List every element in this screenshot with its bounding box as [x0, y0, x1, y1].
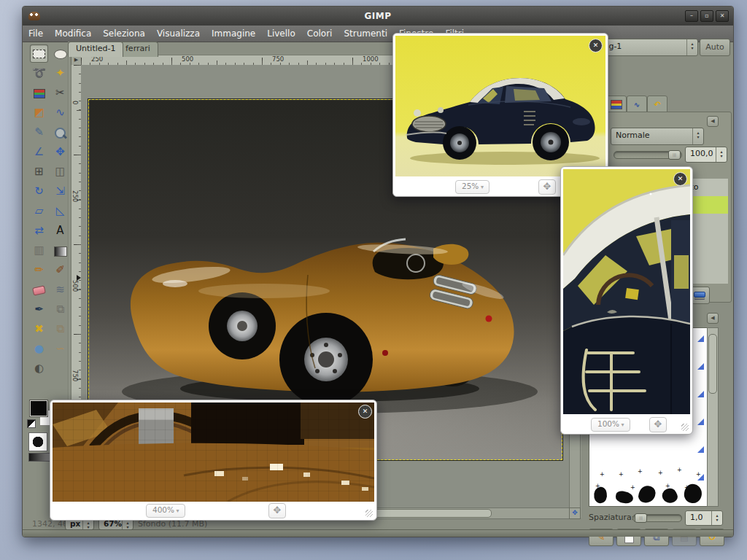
- tool-bucket-fill[interactable]: ▥: [30, 241, 48, 260]
- layer-mode-combo[interactable]: Normale: [611, 128, 704, 145]
- menu-immagine[interactable]: Immagine: [206, 26, 261, 42]
- preview-zoom-dropdown[interactable]: 25%: [455, 180, 489, 194]
- tool-select-by-color[interactable]: [30, 84, 48, 102]
- tool-pencil[interactable]: ✏: [30, 261, 48, 279]
- brush-preview[interactable]: [637, 483, 658, 505]
- tool-airbrush[interactable]: ≋: [51, 281, 69, 299]
- spacing-slider-handle[interactable]: |||: [635, 513, 647, 523]
- spacing-stepper[interactable]: [711, 511, 722, 525]
- preview-window-400[interactable]: ✕ 400% ✥: [50, 400, 377, 521]
- tool-text[interactable]: A: [51, 222, 69, 240]
- tool-align[interactable]: ⊞: [30, 163, 48, 181]
- tool-fuzzy-select[interactable]: ✦: [51, 64, 69, 82]
- tool-flip[interactable]: ⇄: [30, 222, 48, 240]
- generated-brush-marker: [697, 419, 704, 425]
- resize-grip[interactable]: [365, 510, 373, 517]
- tool-ink[interactable]: ✒: [30, 300, 48, 319]
- small-brush-preview[interactable]: +: [630, 484, 635, 491]
- blur-sharpen-icon: ●: [30, 340, 48, 358]
- tool-scissors[interactable]: ✂: [51, 84, 69, 102]
- gradient-icon: [54, 246, 67, 257]
- menu-visualizza[interactable]: Visualizza: [151, 26, 206, 42]
- tool-free-select[interactable]: ➰: [30, 64, 48, 82]
- tab-ferrari[interactable]: ferrari: [117, 42, 158, 57]
- menu-seleziona[interactable]: Seleziona: [97, 26, 151, 42]
- preview-pan-button[interactable]: ✥: [649, 417, 667, 432]
- foreground-color-swatch[interactable]: [30, 400, 47, 416]
- tool-rotate[interactable]: ↻: [30, 182, 48, 201]
- preview-window-100[interactable]: ✕ 100% ✥: [560, 166, 693, 435]
- tool-foreground-select[interactable]: ◩: [30, 104, 48, 122]
- tab-history-dialog[interactable]: ↶: [647, 96, 667, 113]
- tool-rectangle-select[interactable]: [30, 44, 48, 63]
- close-button[interactable]: ✕: [716, 10, 729, 22]
- brush-preview[interactable]: [660, 486, 680, 506]
- tool-measure[interactable]: ∠: [30, 143, 48, 161]
- tool-gradient[interactable]: [51, 241, 69, 260]
- tool-smudge[interactable]: ∽: [51, 340, 69, 358]
- scissors-icon: ✂: [51, 84, 69, 102]
- tool-shear[interactable]: ▱: [30, 202, 48, 220]
- rectangle-select-icon: [33, 50, 45, 58]
- layer-mode-stepper[interactable]: [692, 128, 703, 144]
- preview-zoom-dropdown[interactable]: 100%: [591, 418, 630, 432]
- opacity-slider-handle[interactable]: |||: [668, 150, 681, 160]
- menu-colori[interactable]: Colori: [301, 26, 338, 42]
- layers-dialog-menu-button[interactable]: ◀: [707, 116, 719, 127]
- perspective-clone-icon: ⧉: [51, 320, 69, 338]
- tool-color-picker[interactable]: ✎: [30, 123, 48, 141]
- tool-eraser[interactable]: [30, 281, 48, 299]
- close-preview-icon[interactable]: ✕: [673, 172, 687, 186]
- menu-modifica[interactable]: Modifica: [49, 26, 97, 42]
- tool-paths[interactable]: ∿: [51, 104, 69, 122]
- tool-ellipse-select[interactable]: [51, 44, 69, 63]
- smudge-icon: ∽: [51, 340, 69, 358]
- preview-pan-button[interactable]: ✥: [268, 503, 286, 518]
- small-brush-preview[interactable]: +: [677, 467, 682, 473]
- small-brush-preview[interactable]: +: [658, 470, 663, 476]
- tool-move[interactable]: ✥: [51, 143, 69, 161]
- tab-paths-dialog[interactable]: ∿: [627, 96, 647, 113]
- small-brush-preview[interactable]: +: [696, 471, 701, 478]
- tool-clone[interactable]: ⧉: [51, 300, 69, 319]
- active-brush-indicator[interactable]: [28, 432, 47, 451]
- tab-untitled[interactable]: Untitled-1: [68, 42, 123, 57]
- small-brush-preview[interactable]: +: [638, 468, 643, 475]
- preview-pan-button[interactable]: ✥: [538, 179, 556, 195]
- scale-icon: ⇲: [51, 182, 69, 201]
- title-bar[interactable]: GIMP – ▫ ✕: [23, 7, 733, 26]
- menu-livello[interactable]: Livello: [261, 26, 301, 42]
- menu-strumenti[interactable]: Strumenti: [338, 26, 393, 42]
- opacity-spinbox[interactable]: 100,0: [685, 147, 727, 163]
- tool-dodge-burn[interactable]: ◐: [30, 359, 48, 378]
- tool-paintbrush[interactable]: ✐: [51, 261, 69, 279]
- tool-blur-sharpen[interactable]: ●: [30, 340, 48, 358]
- resize-grip[interactable]: [681, 424, 689, 431]
- close-preview-icon[interactable]: ✕: [358, 405, 372, 419]
- tool-crop[interactable]: ◫: [51, 163, 69, 181]
- menu-file[interactable]: File: [23, 26, 49, 42]
- brushes-scrollbar[interactable]: [707, 327, 719, 507]
- maximize-button[interactable]: ▫: [700, 10, 713, 22]
- small-brush-preview[interactable]: +: [600, 471, 605, 478]
- tool-zoom[interactable]: [51, 123, 69, 141]
- tool-scale[interactable]: ⇲: [51, 182, 69, 201]
- tool-perspective-clone[interactable]: ⧉: [51, 320, 69, 338]
- spacing-spinbox[interactable]: 1,0: [685, 510, 723, 526]
- opacity-slider[interactable]: |||: [614, 151, 682, 159]
- default-colors-icon[interactable]: [27, 419, 36, 428]
- brush-preview[interactable]: [615, 490, 634, 504]
- preview-zoom-dropdown[interactable]: 400%: [146, 504, 185, 518]
- tool-perspective[interactable]: ◺: [51, 202, 69, 220]
- auto-button[interactable]: Auto: [700, 39, 730, 56]
- tab-channels-dialog[interactable]: [606, 96, 627, 113]
- image-selector-stepper[interactable]: [686, 39, 697, 55]
- close-preview-icon[interactable]: ✕: [589, 39, 603, 52]
- small-brush-preview[interactable]: +: [619, 471, 624, 478]
- opacity-stepper[interactable]: [716, 147, 727, 162]
- brushes-scrollbar-thumb[interactable]: [708, 334, 717, 394]
- tool-heal[interactable]: ✖: [30, 320, 48, 338]
- spacing-slider[interactable]: |||: [632, 514, 682, 522]
- brushes-dialog-menu-button[interactable]: ◀: [707, 313, 719, 324]
- minimize-button[interactable]: –: [685, 10, 698, 22]
